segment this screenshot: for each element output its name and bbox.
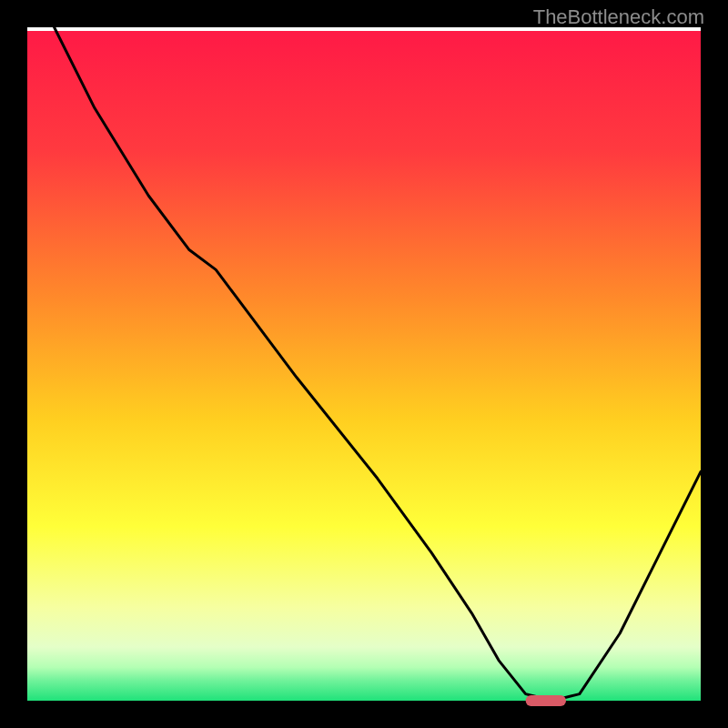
- optimal-marker: [526, 695, 566, 706]
- chart-svg: [27, 27, 701, 701]
- bottleneck-curve: [55, 27, 701, 701]
- chart-frame: TheBottleneck.com: [0, 0, 728, 728]
- watermark-text: TheBottleneck.com: [533, 5, 704, 29]
